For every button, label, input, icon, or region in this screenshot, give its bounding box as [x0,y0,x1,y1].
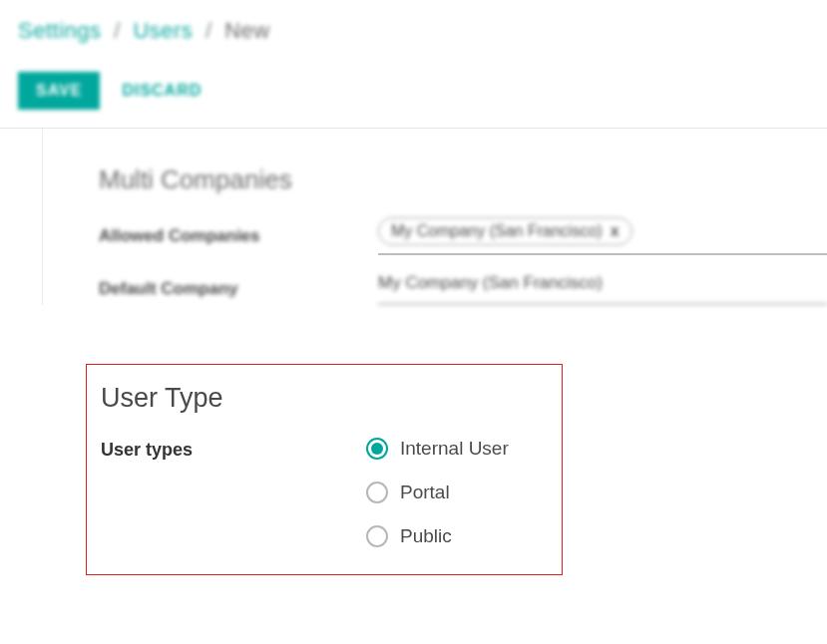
company-tag-label: My Company (San Francisco) [391,222,603,240]
multi-companies-title: Multi Companies [99,164,827,195]
breadcrumb-current: New [224,18,270,43]
save-button[interactable]: SAVE [18,72,100,110]
user-type-options: Internal User Portal Public [366,438,509,547]
breadcrumb-settings[interactable]: Settings [18,18,102,43]
close-icon[interactable]: x [611,222,620,240]
breadcrumb-users[interactable]: Users [133,18,193,43]
radio-label: Portal [400,482,450,503]
allowed-companies-field[interactable]: My Company (San Francisco) x [378,217,827,255]
content-card: Multi Companies Allowed Companies My Com… [42,129,827,305]
user-type-internal[interactable]: Internal User [366,438,509,460]
radio-icon [366,438,388,460]
user-type-public[interactable]: Public [366,525,509,547]
default-company-label: Default Company [99,279,378,299]
radio-icon [366,525,388,547]
radio-label: Public [400,525,452,547]
user-type-row: User types Internal User Portal Public [101,438,540,547]
breadcrumb-separator: / [114,18,121,43]
breadcrumb-separator: / [206,18,212,43]
allowed-companies-label: Allowed Companies [99,226,378,246]
form-header: Settings / Users / New SAVE DISCARD [0,0,827,129]
user-type-section: User Type User types Internal User Porta… [86,364,563,575]
user-type-title: User Type [101,383,540,414]
user-types-label: User types [101,438,366,547]
breadcrumb: Settings / Users / New [18,18,809,44]
allowed-companies-row: Allowed Companies My Company (San Franci… [99,217,827,255]
discard-button[interactable]: DISCARD [122,82,202,100]
action-row: SAVE DISCARD [18,72,809,110]
user-type-portal[interactable]: Portal [366,482,509,503]
company-tag[interactable]: My Company (San Francisco) x [378,217,632,245]
radio-icon [366,482,388,503]
default-company-select[interactable]: My Company (San Francisco) [378,273,827,305]
radio-label: Internal User [400,438,509,460]
form-content: Multi Companies Allowed Companies My Com… [0,129,827,305]
default-company-row: Default Company My Company (San Francisc… [99,273,827,305]
